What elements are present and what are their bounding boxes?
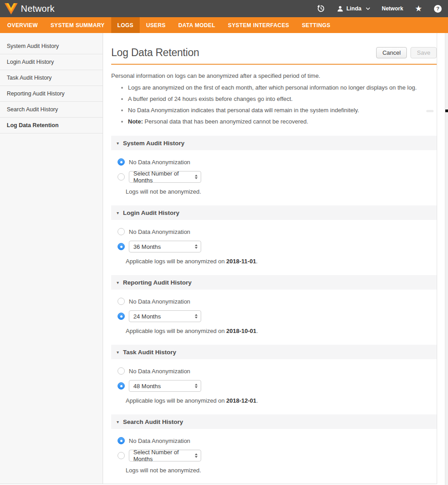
bullet-item: A buffer period of 24 hours exists befor… xyxy=(128,95,437,103)
sidebar-item-system-audit-history[interactable]: System Audit History xyxy=(0,38,103,54)
anonymization-note: Applicable logs will be anonymized on 20… xyxy=(126,258,437,265)
nav-tab-settings[interactable]: SETTINGS xyxy=(296,17,337,33)
select-stepper-icon xyxy=(195,453,198,458)
radio-months[interactable] xyxy=(118,452,125,459)
nav-tab-data-model[interactable]: DATA MODEL xyxy=(172,17,222,33)
bullet-item: Logs are anonymized on the first of each… xyxy=(128,84,437,91)
save-button[interactable]: Save xyxy=(410,47,437,58)
section-login-audit-history: ▾ Login Audit History No Data Anonymizat… xyxy=(111,205,437,265)
section-search-audit-history: ▾ Search Audit History No Data Anonymiza… xyxy=(111,414,437,474)
sidebar: System Audit History Login Audit History… xyxy=(0,33,103,484)
section-task-audit-history: ▾ Task Audit History No Data Anonymizati… xyxy=(111,345,437,404)
bullet-item: Note: Personal data that has been anonym… xyxy=(128,118,437,125)
radio-no-anonymization[interactable] xyxy=(118,367,125,375)
scrollbar-thumb[interactable] xyxy=(445,109,448,112)
section-header-task-audit-history[interactable]: ▾ Task Audit History xyxy=(111,345,437,359)
section-header-system-audit-history[interactable]: ▾ System Audit History xyxy=(111,136,437,150)
chevron-down-icon xyxy=(366,7,370,10)
radio-months[interactable] xyxy=(118,243,125,250)
sidebar-item-search-audit-history[interactable]: Search Audit History xyxy=(0,102,103,118)
title-divider xyxy=(111,64,437,65)
sidebar-item-log-data-retention[interactable]: Log Data Retention xyxy=(0,118,103,133)
select-stepper-icon xyxy=(195,244,198,249)
cancel-button[interactable]: Cancel xyxy=(376,47,407,58)
help-icon[interactable]: ? xyxy=(434,5,442,13)
select-stepper-icon xyxy=(195,175,198,179)
main-content: Log Data Retention Cancel Save Personal … xyxy=(103,33,437,484)
months-select[interactable]: Select Number of Months xyxy=(129,450,201,461)
section-header-login-audit-history[interactable]: ▾ Login Audit History xyxy=(111,205,437,220)
history-icon[interactable] xyxy=(317,5,325,13)
nav-tab-users[interactable]: USERS xyxy=(140,17,172,33)
radio-months[interactable] xyxy=(118,382,125,390)
anonymization-note: Applicable logs will be anonymized on 20… xyxy=(126,328,437,334)
anonymization-note: Logs will not be anonymized. xyxy=(126,467,437,474)
user-menu[interactable]: Linda xyxy=(337,5,370,12)
radio-months[interactable] xyxy=(118,313,125,320)
user-icon xyxy=(337,5,344,12)
months-select[interactable]: 36 Months xyxy=(129,241,201,252)
radio-no-anonymization[interactable] xyxy=(118,298,125,305)
veeva-v-icon xyxy=(5,3,18,14)
sidebar-item-task-audit-history[interactable]: Task Audit History xyxy=(0,70,103,86)
collapse-caret-icon: ▾ xyxy=(117,280,119,285)
radio-no-anonymization[interactable] xyxy=(118,437,125,444)
radio-months[interactable] xyxy=(118,173,125,181)
section-header-search-audit-history[interactable]: ▾ Search Audit History xyxy=(111,414,437,429)
section-header-reporting-audit-history[interactable]: ▾ Reporting Audit History xyxy=(111,275,437,290)
nav-tab-system-interfaces[interactable]: SYSTEM INTERFACES xyxy=(222,17,295,33)
select-stepper-icon xyxy=(195,384,198,388)
months-select[interactable]: Select Number of Months xyxy=(129,171,201,183)
bullet-item: No Data Anonymization indicates that per… xyxy=(128,107,437,114)
nav-tab-logs[interactable]: LOGS xyxy=(111,17,140,33)
info-bullets: Logs are anonymized on the first of each… xyxy=(111,84,437,125)
intro-text: Personal information on logs can be anon… xyxy=(111,72,437,79)
radio-no-anonymization[interactable] xyxy=(118,228,125,235)
collapse-caret-icon: ▾ xyxy=(117,141,119,146)
collapse-caret-icon: ▾ xyxy=(117,419,119,424)
sidebar-item-login-audit-history[interactable]: Login Audit History xyxy=(0,54,103,70)
page-title: Log Data Retention xyxy=(111,47,199,59)
select-stepper-icon xyxy=(195,314,198,319)
nav-tab-system-summary[interactable]: SYSTEM SUMMARY xyxy=(44,17,111,33)
environment-label[interactable]: Network xyxy=(382,5,403,12)
scrollbar-track[interactable] xyxy=(445,33,448,485)
anonymization-note: Logs will not be anonymized. xyxy=(126,188,437,195)
months-select[interactable]: 48 Months xyxy=(129,380,201,392)
section-system-audit-history: ▾ System Audit History No Data Anonymiza… xyxy=(111,136,437,195)
app-title: Network xyxy=(21,4,55,14)
app-logo[interactable]: Network xyxy=(5,3,55,14)
main-nav: OVERVIEW SYSTEM SUMMARY LOGS USERS DATA … xyxy=(0,17,448,33)
scroll-hint xyxy=(426,110,434,112)
sidebar-item-reporting-audit-history[interactable]: Reporting Audit History xyxy=(0,86,103,102)
radio-no-anonymization[interactable] xyxy=(118,158,125,166)
section-reporting-audit-history: ▾ Reporting Audit History No Data Anonym… xyxy=(111,275,437,334)
collapse-caret-icon: ▾ xyxy=(117,350,119,355)
nav-tab-overview[interactable]: OVERVIEW xyxy=(1,17,44,33)
top-header: Network Linda Network ★ ? xyxy=(0,0,448,17)
favorites-star-icon[interactable]: ★ xyxy=(415,5,422,13)
months-select[interactable]: 24 Months xyxy=(129,310,201,322)
user-name: Linda xyxy=(346,5,361,12)
collapse-caret-icon: ▾ xyxy=(117,210,119,215)
anonymization-note: Applicable logs will be anonymized on 20… xyxy=(126,397,437,404)
